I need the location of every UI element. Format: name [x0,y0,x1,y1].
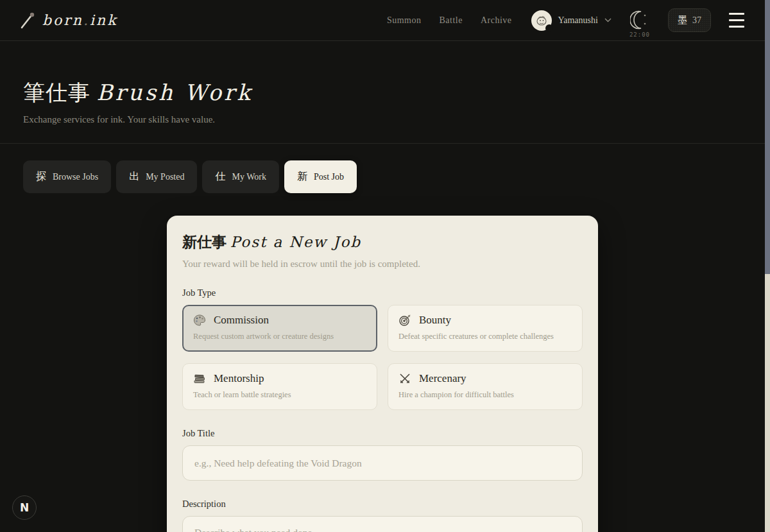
job-title-input[interactable] [182,445,583,481]
tab-my-work[interactable]: 仕 My Work [202,160,278,193]
chevron-down-icon [604,18,612,22]
description-input[interactable] [182,516,583,532]
post-job-card: 新仕事 Post a New Job Your reward will be h… [167,216,598,532]
nav-archive[interactable]: Archive [481,15,512,26]
ink-balance-badge: 墨 37 [668,8,711,32]
avatar-notch [545,24,553,32]
page: born.ink Summon Battle Archive Yamanush [0,0,765,532]
page-title: 筆仕事 Brush Work [23,78,742,108]
books-icon [193,372,206,385]
tab-kanji: 仕 [215,170,225,184]
tab-kanji: 出 [129,170,139,184]
logo-text: born.ink [42,12,118,28]
tab-browse-jobs[interactable]: 探 Browse Jobs [23,160,111,193]
type-desc: Defeat specific creatures or complete ch… [398,332,572,341]
job-type-commission[interactable]: Commission Request custom artwork or cre… [182,305,377,352]
dev-tools-button[interactable]: N [12,495,37,520]
page-subtitle: Exchange services for ink. Your skills h… [23,114,742,125]
tab-post-job[interactable]: 新 Post Job [284,160,357,193]
type-desc: Teach or learn battle strategies [193,390,366,400]
target-icon [398,314,411,327]
tab-label: Post Job [314,172,344,182]
ink-amount: 37 [692,15,701,26]
brush-icon [19,12,36,30]
card-title: 新仕事 Post a New Job [182,232,583,252]
logo[interactable]: born.ink [19,12,118,30]
type-desc: Hire a champion for difficult battles [398,390,572,400]
palette-icon [193,314,206,327]
nav-summon[interactable]: Summon [387,15,422,26]
header-right: Summon Battle Archive Yamanushi [387,3,744,38]
ink-kanji: 墨 [678,14,687,26]
menu-icon[interactable] [729,10,744,30]
job-type-label: Job Type [182,287,583,298]
job-type-mercenary[interactable]: Mercenary Hire a champion for difficult … [388,363,583,410]
job-title-label: Job Title [182,428,583,439]
moon-icon [630,10,649,30]
tab-label: My Posted [146,172,184,182]
user-menu[interactable]: Yamanushi [531,10,612,31]
tab-label: Browse Jobs [53,172,98,182]
user-name: Yamanushi [558,15,598,26]
escrow-note: Your reward will be held in escrow until… [182,259,583,270]
type-title: Commission [214,314,269,327]
clock-time: 22:00 [629,31,650,38]
header: born.ink Summon Battle Archive Yamanush [0,0,765,41]
tab-label: My Work [232,172,266,182]
job-type-mentorship[interactable]: Mentorship Teach or learn battle strateg… [182,363,377,410]
tab-kanji: 新 [297,170,307,184]
tab-kanji: 探 [36,170,46,184]
nav-battle[interactable]: Battle [440,15,463,26]
scrollbar-thumb[interactable] [765,0,770,274]
job-type-options: Commission Request custom artwork or cre… [182,305,583,410]
hero-section: 筆仕事 Brush Work Exchange services for ink… [0,41,765,144]
type-title: Mentorship [214,372,264,385]
type-title: Bounty [419,314,451,327]
avatar [531,10,552,31]
job-tabs: 探 Browse Jobs 出 My Posted 仕 My Work 新 Po… [0,144,765,193]
crossed-swords-icon [398,372,411,385]
type-title: Mercenary [419,372,466,385]
job-type-bounty[interactable]: Bounty Defeat specific creatures or comp… [388,305,583,352]
description-label: Description [182,499,583,510]
night-clock: 22:00 [629,10,650,38]
scrollbar-track[interactable] [765,0,770,532]
type-desc: Request custom artwork or creature desig… [193,332,366,341]
tab-my-posted[interactable]: 出 My Posted [116,160,197,193]
